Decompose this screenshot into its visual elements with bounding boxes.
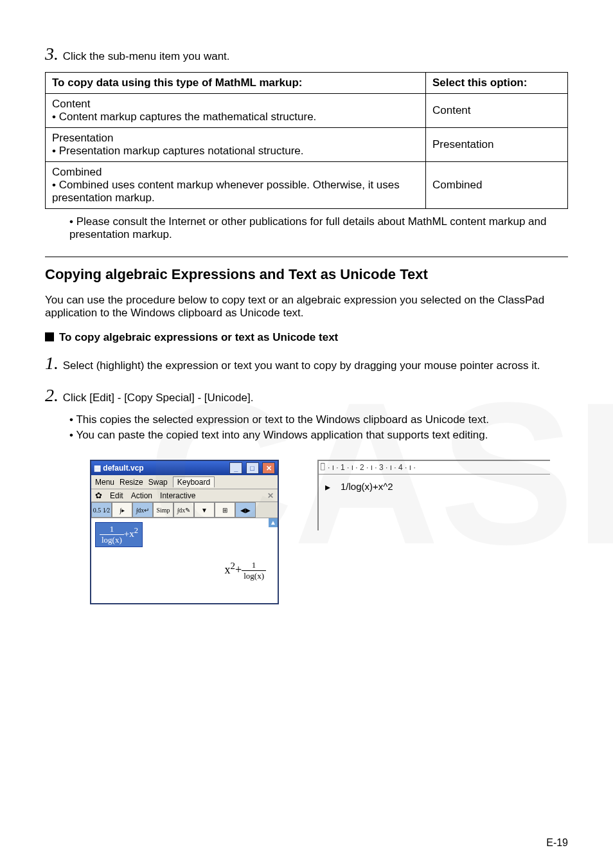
step-2-number: 2.	[45, 385, 58, 405]
step-1-number: 1.	[45, 353, 58, 373]
table-row: Presentation • Presentation markup captu…	[46, 128, 568, 162]
classpad-window: ▦ default.vcp _ □ ✕ Menu Resize Swap Key…	[90, 460, 279, 604]
row-option: Presentation	[426, 128, 568, 162]
work-area[interactable]: ▲ 1log(x)+x2 x2+1log(x)	[91, 518, 278, 603]
titlebar: ▦ default.vcp _ □ ✕	[91, 461, 278, 475]
app-icon: ▦	[94, 464, 101, 473]
ruler-margin-icon: ⌷	[320, 461, 325, 471]
section-heading: Copying algebraic Expressions and Text a…	[45, 266, 568, 283]
step-2-text: Click [Edit] - [Copy Special] - [Unicode…	[63, 392, 254, 404]
window-title: default.vcp	[103, 464, 143, 473]
target-document-window: · ı · 1 · ı · 2 · ı · 3 · ı · 4 · ı · ⌷ …	[317, 460, 550, 530]
step-3: 3. Click the sub-menu item you want.	[45, 44, 568, 64]
outer-menubar: Menu Resize Swap Keyboard	[91, 475, 278, 489]
section-divider	[45, 257, 568, 257]
page-number: E-19	[546, 837, 568, 849]
row-bullet: • Content markup captures the mathematic…	[52, 111, 419, 123]
result-expression: x2+1log(x)	[95, 560, 266, 581]
table-footnote: • Please consult the Internet or other p…	[69, 215, 568, 241]
ruler: · ı · 1 · ı · 2 · ı · 3 · ı · 4 · ı · ⌷	[319, 461, 550, 475]
mathml-options-table: To copy data using this type of MathML m…	[45, 72, 568, 209]
menu-item[interactable]: Interactive	[160, 491, 195, 500]
menu-item[interactable]: Menu	[95, 478, 114, 487]
table-row: Content • Content markup captures the ma…	[46, 94, 568, 128]
caret-indicator-icon: ▸	[325, 481, 330, 493]
step-2-bullet-1: • This copies the selected expression or…	[69, 413, 568, 426]
toolbar-btn[interactable]: 0.5 1⁄2	[91, 502, 112, 518]
row-title: Content	[52, 98, 419, 111]
step-3-text: Click the sub-menu item you want.	[63, 50, 230, 62]
minimize-icon[interactable]: _	[229, 462, 242, 474]
menu-item[interactable]: Resize	[120, 478, 143, 487]
panel-close-icon[interactable]: ✕	[267, 491, 274, 500]
menu-item[interactable]: Swap	[148, 478, 168, 487]
document-body[interactable]: ▸ 1/log(x)+x^2	[319, 475, 550, 530]
toolbar-btn[interactable]: ▼	[194, 502, 215, 518]
gear-icon[interactable]: ✿	[95, 491, 102, 500]
menu-tab-keyboard[interactable]: Keyboard	[173, 476, 215, 487]
close-icon[interactable]: ✕	[262, 462, 275, 474]
toolbar: 0.5 1⁄2 ∫▸ ∫dx↵ Simp ∫dx✎ ▼ ⊞ ◀▶	[91, 502, 278, 518]
row-title: Presentation	[52, 132, 419, 145]
row-bullet: • Presentation markup captures notationa…	[52, 145, 419, 158]
step-3-number: 3.	[45, 44, 58, 64]
scroll-up-icon[interactable]: ▲	[269, 518, 278, 527]
maximize-icon[interactable]: □	[246, 462, 259, 474]
step-1-text: Select (highlight) the expression or tex…	[63, 359, 540, 372]
procedure-title: To copy algebraic expressions or text as…	[45, 331, 568, 344]
selected-expression[interactable]: 1log(x)+x2	[95, 522, 143, 547]
toolbar-btn[interactable]: ⊞	[215, 502, 235, 518]
table-row: Combined • Combined uses content markup …	[46, 162, 568, 209]
ruler-ticks: · ı · 1 · ı · 2 · ı · 3 · ı · 4 · ı ·	[328, 463, 416, 472]
step-2: 2. Click [Edit] - [Copy Special] - [Unic…	[45, 385, 568, 406]
figure-row: ▦ default.vcp _ □ ✕ Menu Resize Swap Key…	[90, 460, 568, 604]
toolbar-btn[interactable]: ∫dx↵	[132, 502, 153, 518]
row-bullet: • Combined uses content markup whenever …	[52, 179, 419, 204]
toolbar-btn[interactable]: ∫dx✎	[173, 502, 194, 518]
step-1: 1. Select (highlight) the expression or …	[45, 353, 568, 374]
table-header-option: Select this option:	[426, 73, 568, 94]
row-title: Combined	[52, 166, 419, 179]
square-bullet-icon	[45, 331, 59, 343]
menu-item[interactable]: Action	[131, 491, 152, 500]
toolbar-btn[interactable]: Simp	[153, 502, 173, 518]
menu-item[interactable]: Edit	[110, 491, 123, 500]
row-option: Combined	[426, 162, 568, 209]
table-header-desc: To copy data using this type of MathML m…	[46, 73, 426, 94]
inner-menubar: ✿ Edit Action Interactive ✕	[91, 489, 278, 502]
pasted-text: 1/log(x)+x^2	[341, 481, 393, 492]
section-intro: You can use the procedure below to copy …	[45, 294, 568, 320]
step-2-bullet-2: • You can paste the copied text into any…	[69, 429, 568, 442]
toolbar-btn[interactable]: ◀▶	[235, 502, 256, 518]
toolbar-btn[interactable]: ∫▸	[112, 502, 132, 518]
row-option: Content	[426, 94, 568, 128]
